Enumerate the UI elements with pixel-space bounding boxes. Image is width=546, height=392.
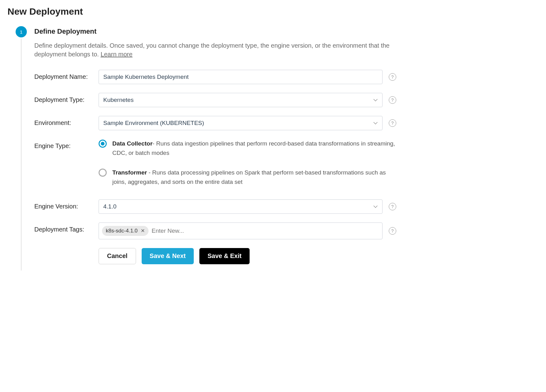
radio-data-collector-text: Data Collector- Runs data ingestion pipe… [112, 139, 396, 158]
save-exit-button[interactable]: Save & Exit [199, 248, 250, 264]
chevron-down-icon [373, 204, 378, 209]
chevron-down-icon [373, 121, 378, 125]
chevron-down-icon [373, 98, 378, 102]
input-deployment-name[interactable]: Sample Kubernetes Deployment [99, 70, 383, 84]
radio-data-collector-desc: - Runs data ingestion pipelines that per… [112, 140, 395, 156]
select-deployment-type-value: Kubernetes [103, 97, 134, 103]
radio-circle-unselected[interactable] [99, 169, 107, 177]
step-indicator-column: 1 [16, 26, 27, 270]
tag-chip-label: k8s-sdc-4.1.0 [106, 228, 138, 234]
select-environment[interactable]: Sample Environment (KUBERNETES) [99, 116, 383, 130]
radio-transformer-name: Transformer [112, 169, 147, 176]
label-engine-version: Engine Version: [34, 199, 99, 211]
input-deployment-name-value: Sample Kubernetes Deployment [103, 74, 189, 80]
help-icon[interactable]: ? [389, 73, 396, 81]
step-number-badge: 1 [16, 26, 27, 37]
engine-type-radio-group: Data Collector- Runs data ingestion pipe… [99, 139, 396, 187]
select-engine-version-value: 4.1.0 [103, 203, 116, 210]
learn-more-link[interactable]: Learn more [100, 51, 132, 58]
label-deployment-tags: Deployment Tags: [34, 222, 99, 234]
save-next-button[interactable]: Save & Next [142, 248, 194, 264]
row-engine-type: Engine Type: Data Collector- Runs data i… [34, 139, 396, 187]
step-description-text: Define deployment details. Once saved, y… [34, 42, 390, 58]
select-engine-version[interactable]: 4.1.0 [99, 199, 383, 214]
tag-new-input[interactable] [152, 227, 379, 234]
radio-transformer-text: Transformer - Runs data processing pipel… [112, 168, 396, 187]
help-icon[interactable]: ? [389, 119, 396, 127]
radio-data-collector[interactable]: Data Collector- Runs data ingestion pipe… [99, 139, 396, 158]
label-deployment-name: Deployment Name: [34, 70, 99, 81]
radio-transformer-desc: - Runs data processing pipelines on Spar… [112, 169, 386, 185]
wizard-step: 1 Define Deployment Define deployment de… [16, 26, 540, 270]
radio-circle-selected[interactable] [99, 140, 107, 148]
page-title: New Deployment [7, 6, 540, 17]
step-description: Define deployment details. Once saved, y… [34, 41, 396, 59]
step-title: Define Deployment [34, 27, 396, 36]
help-icon[interactable]: ? [389, 96, 396, 104]
step-connector-line [21, 39, 22, 270]
button-row: Cancel Save & Next Save & Exit [99, 248, 396, 264]
row-environment: Environment: Sample Environment (KUBERNE… [34, 116, 396, 130]
row-deployment-type: Deployment Type: Kubernetes ? [34, 93, 396, 107]
label-deployment-type: Deployment Type: [34, 93, 99, 104]
row-engine-version: Engine Version: 4.1.0 ? [34, 199, 396, 214]
row-deployment-tags: Deployment Tags: k8s-sdc-4.1.0 ✕ ? [34, 222, 396, 239]
step-body: Define Deployment Define deployment deta… [34, 26, 396, 270]
help-icon[interactable]: ? [389, 227, 396, 235]
cancel-button[interactable]: Cancel [99, 248, 136, 264]
tag-chip: k8s-sdc-4.1.0 ✕ [102, 226, 149, 236]
select-environment-value: Sample Environment (KUBERNETES) [103, 120, 204, 127]
label-environment: Environment: [34, 116, 99, 127]
row-deployment-name: Deployment Name: Sample Kubernetes Deplo… [34, 70, 396, 84]
input-deployment-tags[interactable]: k8s-sdc-4.1.0 ✕ [99, 222, 383, 239]
label-engine-type: Engine Type: [34, 139, 99, 150]
help-icon[interactable]: ? [389, 203, 396, 210]
radio-transformer[interactable]: Transformer - Runs data processing pipel… [99, 168, 396, 187]
close-icon[interactable]: ✕ [141, 228, 145, 234]
radio-data-collector-name: Data Collector [112, 140, 153, 147]
select-deployment-type[interactable]: Kubernetes [99, 93, 383, 107]
